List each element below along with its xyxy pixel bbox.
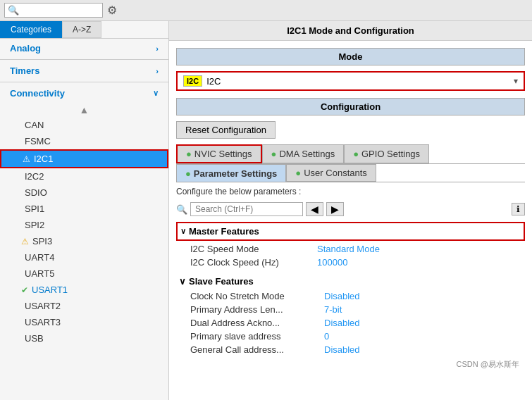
sidebar-item-can-label: CAN bbox=[25, 120, 44, 130]
sidebar-item-uart4[interactable]: UART4 bbox=[0, 249, 168, 265]
tabs-row2: ● Parameter Settings ● User Constants bbox=[176, 164, 525, 182]
config-section: Configuration Reset Configuration ● NVIC… bbox=[169, 98, 532, 380]
sidebar-item-sdio-label: SDIO bbox=[25, 187, 47, 198]
dma-tab-label: DMA Settings bbox=[279, 149, 335, 159]
slave-toggle-icon[interactable]: ∨ bbox=[179, 276, 186, 287]
slave-value-4[interactable]: Disabled bbox=[324, 344, 360, 355]
master-features-label: Master Features bbox=[189, 226, 259, 237]
sidebar-list: Analog › Timers › Connectivity ∨ ▲ CAN F… bbox=[0, 39, 168, 400]
sidebar-section-analog[interactable]: Analog › bbox=[0, 39, 168, 58]
dropdown-arrow-icon: ▾ bbox=[514, 76, 518, 86]
i2c1-warn-icon: ⚠ bbox=[23, 154, 30, 164]
sidebar: Categories A->Z Analog › Timers › Connec… bbox=[0, 21, 169, 400]
slave-value-0[interactable]: Disabled bbox=[324, 291, 360, 301]
parameter-tab-icon: ● bbox=[185, 168, 191, 179]
sidebar-item-can[interactable]: CAN bbox=[0, 117, 168, 133]
panel-title: I2C1 Mode and Configuration bbox=[169, 21, 532, 41]
user-tab-icon: ● bbox=[295, 168, 301, 178]
sidebar-section-timers[interactable]: Timers › bbox=[0, 61, 168, 80]
watermark: CSDN @易水斯年 bbox=[176, 356, 525, 373]
master-toggle-icon[interactable]: ∨ bbox=[180, 227, 186, 236]
slave-item-4: General Call address... Disabled bbox=[176, 343, 525, 356]
sidebar-item-usb[interactable]: USB bbox=[0, 330, 168, 346]
prev-button[interactable]: ◀ bbox=[306, 202, 323, 216]
chevron-connectivity-icon: ∨ bbox=[153, 89, 159, 98]
sidebar-item-uart5[interactable]: UART5 bbox=[0, 265, 168, 282]
sidebar-item-usart1-label: USART1 bbox=[32, 285, 68, 295]
sidebar-item-i2c1[interactable]: ⚠ I2C1 bbox=[0, 149, 168, 168]
clock-speed-value[interactable]: 100000 bbox=[317, 257, 347, 268]
sidebar-item-fsmc-label: FSMC bbox=[25, 136, 51, 146]
slave-item-3: Primary slave address 0 bbox=[176, 330, 525, 343]
params-search-input[interactable] bbox=[190, 202, 303, 216]
slave-item-0: Clock No Stretch Mode Disabled bbox=[176, 289, 525, 303]
next-button[interactable]: ▶ bbox=[326, 202, 344, 216]
tab-atoz[interactable]: A->Z bbox=[62, 21, 101, 38]
top-bar: 🔍 ⚙ bbox=[0, 0, 532, 21]
sidebar-item-spi3[interactable]: ⚠ SPI3 bbox=[0, 233, 168, 249]
slave-features-section: ∨ Slave Features Clock No Stretch Mode D… bbox=[176, 273, 525, 356]
sidebar-item-sdio[interactable]: SDIO bbox=[0, 185, 168, 201]
sidebar-item-usart2[interactable]: USART2 bbox=[0, 298, 168, 314]
chevron-timers-icon: › bbox=[156, 67, 159, 75]
chevron-analog-icon: › bbox=[156, 44, 159, 53]
sidebar-item-i2c2[interactable]: I2C2 bbox=[0, 168, 168, 185]
tab-categories[interactable]: Categories bbox=[0, 21, 62, 38]
mode-section: Mode I2C I2C ▾ bbox=[169, 41, 532, 98]
slave-features-label: Slave Features bbox=[189, 276, 254, 287]
search-input[interactable] bbox=[19, 6, 97, 15]
sidebar-section-connectivity[interactable]: Connectivity ∨ bbox=[0, 84, 168, 103]
divider-2 bbox=[0, 82, 168, 82]
parameter-tab-label: Parameter Settings bbox=[194, 168, 278, 179]
sidebar-item-fsmc[interactable]: FSMC bbox=[0, 133, 168, 149]
gear-button[interactable]: ⚙ bbox=[107, 4, 117, 17]
mode-badge: I2C bbox=[183, 75, 202, 87]
sidebar-item-usart2-label: USART2 bbox=[25, 301, 61, 311]
sidebar-section-timers-label: Timers bbox=[10, 65, 39, 76]
sidebar-item-usb-label: USB bbox=[25, 333, 44, 344]
dma-tab-icon: ● bbox=[271, 149, 277, 159]
slave-value-2[interactable]: Disabled bbox=[324, 318, 360, 328]
sidebar-item-uart4-label: UART4 bbox=[25, 252, 54, 263]
tab-dma-settings[interactable]: ● DMA Settings bbox=[262, 144, 345, 163]
sidebar-section-connectivity-label: Connectivity bbox=[10, 88, 65, 99]
slave-value-3[interactable]: 0 bbox=[324, 331, 329, 342]
slave-features-header: ∨ Slave Features bbox=[176, 273, 525, 289]
sidebar-item-usart3[interactable]: USART3 bbox=[0, 314, 168, 330]
search-row: 🔍 ◀ ▶ ℹ bbox=[176, 199, 525, 219]
tabs-row1: ● NVIC Settings ● DMA Settings ● GPIO Se… bbox=[176, 144, 525, 164]
spi3-warn-icon: ⚠ bbox=[21, 237, 29, 246]
sidebar-item-usart1[interactable]: ✔ USART1 bbox=[0, 282, 168, 298]
tab-parameter-settings[interactable]: ● Parameter Settings bbox=[176, 164, 286, 182]
sidebar-item-uart5-label: UART5 bbox=[25, 268, 54, 279]
config-section-label: Configuration bbox=[176, 98, 525, 115]
master-features-header: ∨ Master Features bbox=[176, 222, 525, 241]
params-tree: ∨ Master Features I2C Speed Mode Standar… bbox=[176, 222, 525, 356]
sidebar-item-spi3-label: SPI3 bbox=[32, 236, 52, 246]
tree-item-clock-speed: I2C Clock Speed (Hz) 100000 bbox=[176, 256, 525, 269]
tab-gpio-settings[interactable]: ● GPIO Settings bbox=[344, 144, 429, 163]
reset-configuration-button[interactable]: Reset Configuration bbox=[176, 121, 276, 139]
tab-user-constants[interactable]: ● User Constants bbox=[286, 164, 376, 182]
slave-label-4: General Call address... bbox=[190, 344, 324, 355]
right-panel: I2C1 Mode and Configuration Mode I2C I2C… bbox=[169, 21, 532, 400]
info-button[interactable]: ℹ bbox=[512, 203, 525, 215]
slave-item-1: Primary Address Len... 7-bit bbox=[176, 303, 525, 316]
mode-row: I2C I2C ▾ bbox=[176, 71, 525, 91]
user-tab-label: User Constants bbox=[304, 168, 367, 178]
main-layout: Categories A->Z Analog › Timers › Connec… bbox=[0, 21, 532, 400]
params-label: Configure the below parameters : bbox=[176, 182, 525, 199]
tab-nvic-settings[interactable]: ● NVIC Settings bbox=[176, 144, 262, 163]
slave-value-1[interactable]: 7-bit bbox=[324, 304, 342, 315]
usart1-ok-icon: ✔ bbox=[21, 285, 28, 295]
sidebar-item-i2c1-label: I2C1 bbox=[34, 154, 53, 164]
params-search-icon: 🔍 bbox=[176, 204, 187, 215]
slave-label-3: Primary slave address bbox=[190, 331, 324, 342]
mode-select-wrapper[interactable]: I2C ▾ bbox=[206, 76, 518, 87]
sidebar-item-spi2[interactable]: SPI2 bbox=[0, 217, 168, 233]
sidebar-item-spi1[interactable]: SPI1 bbox=[0, 201, 168, 217]
sidebar-item-spi1-label: SPI1 bbox=[25, 204, 44, 214]
search-box[interactable]: 🔍 bbox=[4, 3, 103, 18]
divider-1 bbox=[0, 59, 168, 60]
speed-mode-value[interactable]: Standard Mode bbox=[317, 244, 380, 254]
